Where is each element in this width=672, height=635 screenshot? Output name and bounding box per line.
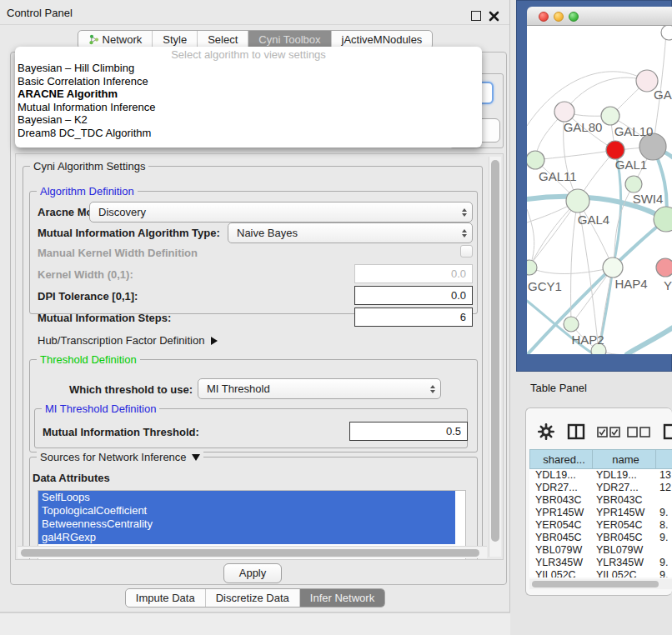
unchecked-pair-icon[interactable] xyxy=(627,427,650,438)
table-cell[interactable]: 13 xyxy=(656,469,672,482)
table-cell[interactable]: YBR045C xyxy=(593,532,656,544)
table-cell[interactable]: 9. xyxy=(656,532,672,544)
attribute-list-item[interactable]: BetweennessCentrality xyxy=(38,518,455,531)
scrollbar-thumb[interactable] xyxy=(21,549,479,557)
table-cell[interactable]: 9. xyxy=(656,507,672,519)
dropdown-item[interactable]: Mutual Information Inference xyxy=(15,101,482,114)
maximize-traffic-light-icon[interactable] xyxy=(569,12,579,22)
attribute-list-item[interactable]: gal4RGexp xyxy=(38,531,455,544)
close-icon[interactable] xyxy=(489,11,499,22)
network-edge[interactable] xyxy=(527,72,647,126)
network-node[interactable] xyxy=(603,258,623,278)
table-row[interactable]: YIL052CYIL052C9. xyxy=(529,569,672,578)
column-header[interactable]: name xyxy=(593,449,656,469)
table-cell[interactable]: YBR043C xyxy=(593,494,656,507)
table-cell[interactable]: YIL052C xyxy=(593,569,656,578)
network-node[interactable] xyxy=(527,151,544,169)
network-edge[interactable] xyxy=(535,150,615,160)
table-cell[interactable]: 12 xyxy=(656,482,672,494)
network-node[interactable] xyxy=(606,141,624,159)
dropdown-item[interactable]: ARACNE Algorithm xyxy=(15,88,482,101)
network-node[interactable] xyxy=(554,102,574,122)
table-cell[interactable]: YDR27... xyxy=(529,482,593,494)
mi-threshold-field[interactable]: 0.5 xyxy=(349,422,468,441)
table-row[interactable]: YDL19...YDL19...13 xyxy=(529,469,672,482)
table-horizontal-scrollbar[interactable] xyxy=(529,579,672,589)
dropdown-item[interactable]: Bayesian – Hill Climbing xyxy=(15,62,482,75)
close-traffic-light-icon[interactable] xyxy=(539,12,549,22)
dropdown-item[interactable]: Bayesian – K2 xyxy=(15,113,482,127)
minimize-traffic-light-icon[interactable] xyxy=(554,12,564,22)
network-node[interactable] xyxy=(564,317,579,332)
table-cell[interactable]: YBL079W xyxy=(529,544,593,557)
tab-discretize-data[interactable]: Discretize Data xyxy=(205,589,299,607)
vertical-scrollbar[interactable] xyxy=(489,157,501,557)
tab-impute-data[interactable]: Impute Data xyxy=(126,589,205,607)
table-cell[interactable]: YLR345W xyxy=(593,557,656,569)
gear-icon[interactable] xyxy=(538,423,554,440)
clipped-icon[interactable] xyxy=(663,423,672,440)
table-cell[interactable]: YER054C xyxy=(593,519,656,532)
table-cell[interactable]: YLR345W xyxy=(529,557,593,569)
network-edge[interactable] xyxy=(527,209,534,268)
which-threshold-combo[interactable]: MI Threshold xyxy=(198,378,441,399)
network-graph[interactable]: GALGAL80GAL10GAL1GAL11SWI4GAL4GCY1HAP4YH… xyxy=(527,26,672,354)
tab-infer-network[interactable]: Infer Network xyxy=(299,589,384,607)
aracne-mode-combo[interactable]: Discovery xyxy=(89,202,473,222)
table-cell[interactable]: YBR043C xyxy=(529,494,593,507)
network-node[interactable] xyxy=(601,107,619,125)
dropdown-item[interactable]: Basic Correlation Inference xyxy=(15,75,482,88)
table-cell[interactable]: YPR145W xyxy=(593,507,656,519)
table-row[interactable]: YPR145WYPR145W9. xyxy=(529,507,672,519)
scrollbar-thumb[interactable] xyxy=(491,160,499,542)
horizontal-scrollbar[interactable] xyxy=(18,546,487,558)
table-cell[interactable]: YIL052C xyxy=(529,569,593,578)
hub-definition-expander[interactable]: Hub/Transcription Factor Definition xyxy=(38,334,218,347)
table-row[interactable]: YBR043CYBR043C xyxy=(529,494,672,507)
tab-select[interactable]: Select xyxy=(197,31,248,48)
dropdown-item[interactable]: Dream8 DC_TDC Algorithm xyxy=(15,127,482,140)
table-cell[interactable]: YDL19... xyxy=(529,469,593,482)
split-column-icon[interactable] xyxy=(567,423,585,440)
network-edge[interactable] xyxy=(627,328,672,354)
table-cell[interactable] xyxy=(656,494,672,507)
kernel-width-field[interactable]: 0.0 xyxy=(354,264,473,283)
column-header[interactable]: shared... xyxy=(529,449,593,469)
table-cell[interactable]: YBR045C xyxy=(529,532,593,544)
table-cell[interactable]: YDL19... xyxy=(593,469,656,482)
mi-type-combo[interactable]: Naive Bayes xyxy=(228,222,473,243)
network-node[interactable] xyxy=(625,176,642,192)
checked-pair-icon[interactable] xyxy=(597,427,620,438)
table-row[interactable]: YLR345WYLR345W9. xyxy=(529,557,672,569)
attribute-list-item[interactable]: SelfLoops xyxy=(38,491,455,504)
scrollbar-thumb[interactable] xyxy=(532,581,659,588)
network-canvas[interactable]: GALGAL80GAL10GAL1GAL11SWI4GAL4GCY1HAP4YH… xyxy=(527,26,672,354)
attribute-list-item[interactable]: TopologicalCoefficient xyxy=(38,504,455,518)
table-row[interactable]: YDR27...YDR27...12 xyxy=(529,482,672,494)
network-edge[interactable] xyxy=(564,78,647,112)
network-node[interactable] xyxy=(527,260,537,275)
tab-style[interactable]: Style xyxy=(152,31,197,48)
table-cell[interactable]: YER054C xyxy=(529,519,593,532)
table-cell[interactable] xyxy=(656,544,672,557)
network-node[interactable] xyxy=(656,258,672,277)
float-window-icon[interactable] xyxy=(471,11,481,21)
mi-steps-field[interactable]: 6 xyxy=(354,308,473,327)
manual-kernel-checkbox[interactable] xyxy=(460,245,473,258)
column-header[interactable] xyxy=(656,449,672,469)
network-node[interactable] xyxy=(661,26,672,40)
dpi-tolerance-field[interactable]: 0.0 xyxy=(354,286,473,305)
table-row[interactable]: YBL079WYBL079W xyxy=(529,544,672,557)
tab-cyni-toolbox[interactable]: Cyni Toolbox xyxy=(248,31,330,48)
network-edge[interactable] xyxy=(527,201,578,269)
tab-jactivemnodules[interactable]: jActiveMNodules xyxy=(331,31,433,48)
network-node[interactable] xyxy=(566,189,589,212)
table-cell[interactable]: YPR145W xyxy=(529,507,593,519)
table-row[interactable]: YBR045CYBR045C9. xyxy=(529,532,672,544)
table-cell[interactable]: YDR27... xyxy=(593,482,656,494)
table-cell[interactable]: 9. xyxy=(656,569,672,578)
table-cell[interactable]: 8. xyxy=(656,519,672,532)
tab-network[interactable]: Network xyxy=(78,31,153,48)
table-cell[interactable]: YBL079W xyxy=(593,544,656,557)
table-row[interactable]: YER054CYER054C8. xyxy=(529,519,672,532)
